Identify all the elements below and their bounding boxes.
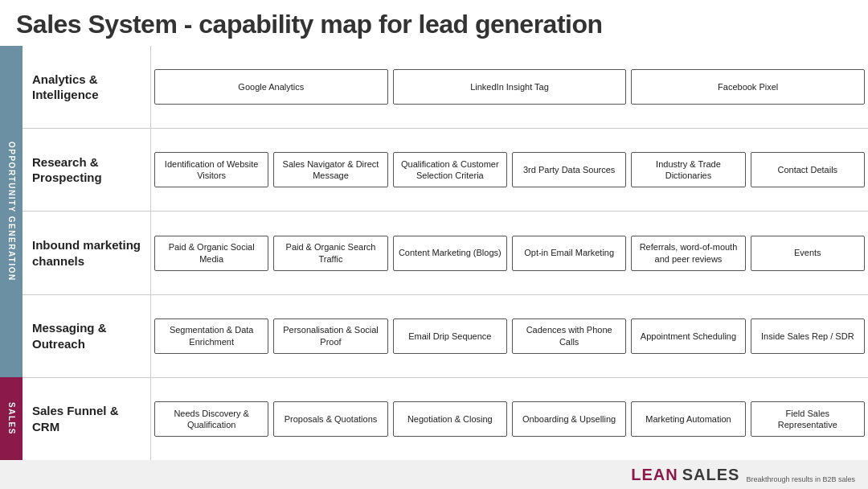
main-content: OPPORTUNITY GENERATION SALES Analytics &… xyxy=(0,46,868,460)
cell-sales-1: Proposals & Quotations xyxy=(273,401,387,437)
cell-sales-4: Marketing Automation xyxy=(631,401,745,437)
cell-messaging-4: Appointment Scheduling xyxy=(631,318,745,354)
cell-analytics-2: Facebook Pixel xyxy=(631,69,865,105)
cells-research: Identification of Website VisitorsSales … xyxy=(151,129,868,211)
cell-messaging-3: Cadences with Phone Calls xyxy=(512,318,626,354)
side-label-container: OPPORTUNITY GENERATION SALES xyxy=(0,46,23,460)
row-header-text-research: Research & Prospecting xyxy=(32,154,141,186)
row-header-sales: Sales Funnel & CRM xyxy=(23,378,151,460)
header: Sales System - capability map for lead g… xyxy=(0,0,868,46)
row-header-text-messaging: Messaging & Outreach xyxy=(32,320,141,351)
cells-inbound: Paid & Organic Social MediaPaid & Organi… xyxy=(151,212,868,294)
cell-sales-3: Onboarding & Upselling xyxy=(512,401,626,437)
cell-inbound-3: Opt-in Email Marketing xyxy=(512,236,626,271)
sales-label: SALES xyxy=(0,377,23,460)
footer-brand: LEAN SALES Breakthrough results in B2B s… xyxy=(0,460,868,489)
row-header-inbound: Inbound marketing channels xyxy=(23,212,151,294)
row-header-text-analytics: Analytics & Intelligence xyxy=(32,72,141,103)
row-analytics: Analytics & IntelligenceGoogle Analytics… xyxy=(23,46,868,129)
row-research: Research & ProspectingIdentification of … xyxy=(23,129,868,212)
cell-messaging-2: Email Drip Sequence xyxy=(393,318,507,354)
cell-inbound-0: Paid & Organic Social Media xyxy=(154,236,268,271)
cell-inbound-5: Events xyxy=(751,236,865,271)
cell-analytics-1: LinkedIn Insight Tag xyxy=(393,69,627,105)
brand-sales: SALES xyxy=(682,466,740,484)
row-sales: Sales Funnel & CRMNeeds Discovery & Qual… xyxy=(23,378,868,460)
cell-messaging-5: Inside Sales Rep / SDR xyxy=(751,318,865,354)
cells-messaging: Segmentation & Data EnrichmentPersonalis… xyxy=(151,295,868,377)
cell-sales-0: Needs Discovery & Qualification xyxy=(154,401,268,437)
cell-research-2: Qualification & Customer Selection Crite… xyxy=(393,152,507,187)
table-area: Analytics & IntelligenceGoogle Analytics… xyxy=(23,46,868,460)
cell-inbound-4: Referrals, word-of-mouth and peer review… xyxy=(631,236,745,271)
cells-sales: Needs Discovery & QualificationProposals… xyxy=(151,378,868,460)
cell-sales-5: Field Sales Representative xyxy=(751,401,865,437)
cell-analytics-0: Google Analytics xyxy=(154,69,388,105)
page: Sales System - capability map for lead g… xyxy=(0,0,868,489)
row-header-text-sales: Sales Funnel & CRM xyxy=(32,403,141,434)
brand-sub: Breakthrough results in B2B sales xyxy=(746,475,855,486)
page-title: Sales System - capability map for lead g… xyxy=(16,10,852,39)
row-header-research: Research & Prospecting xyxy=(23,129,151,211)
row-inbound: Inbound marketing channelsPaid & Organic… xyxy=(23,212,868,294)
cell-research-5: Contact Details xyxy=(751,152,865,187)
opportunity-label: OPPORTUNITY GENERATION xyxy=(0,46,23,377)
cell-research-0: Identification of Website Visitors xyxy=(154,152,268,187)
brand-lean: LEAN xyxy=(631,466,678,484)
cell-messaging-0: Segmentation & Data Enrichment xyxy=(154,318,268,354)
row-header-messaging: Messaging & Outreach xyxy=(23,295,151,377)
cell-sales-2: Negotiation & Closing xyxy=(393,401,507,437)
row-messaging: Messaging & OutreachSegmentation & Data … xyxy=(23,295,868,378)
cell-messaging-1: Personalisation & Social Proof xyxy=(273,318,387,354)
cell-research-1: Sales Navigator & Direct Message xyxy=(273,152,387,187)
cells-analytics: Google AnalyticsLinkedIn Insight TagFace… xyxy=(151,46,868,128)
cell-inbound-2: Content Marketing (Blogs) xyxy=(393,236,507,271)
cell-inbound-1: Paid & Organic Search Traffic xyxy=(273,236,387,271)
row-header-text-inbound: Inbound marketing channels xyxy=(32,237,141,269)
cell-research-4: Industry & Trade Dictionaries xyxy=(631,152,745,187)
row-header-analytics: Analytics & Intelligence xyxy=(23,46,151,128)
cell-research-3: 3rd Party Data Sources xyxy=(512,152,626,187)
